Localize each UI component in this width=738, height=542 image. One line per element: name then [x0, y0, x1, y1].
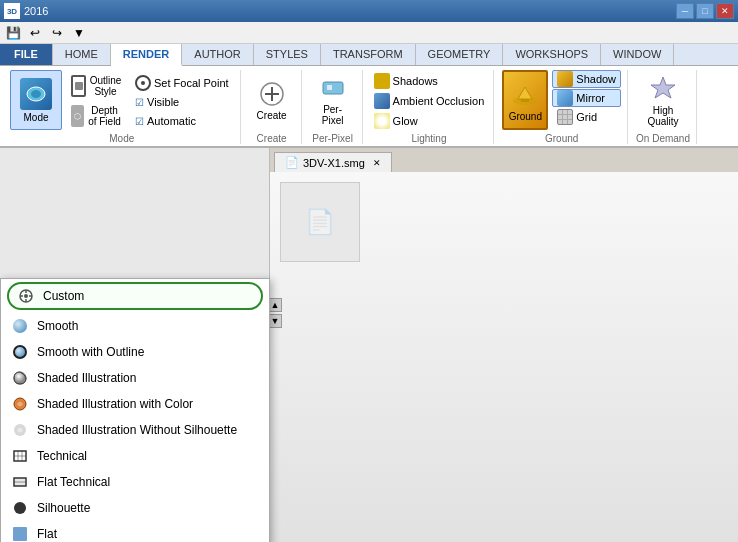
silhouette-icon	[11, 499, 29, 517]
ground-options-column: Shadow Mirror Grid	[552, 70, 621, 126]
scroll-down-button[interactable]: ▼	[268, 314, 282, 328]
file-icon: 📄	[285, 156, 299, 169]
shadows-label: Shadows	[393, 75, 438, 87]
shadow-toggle-button[interactable]: Shadow	[552, 70, 621, 88]
flat-icon	[11, 525, 29, 542]
lighting-group-items: Shadows Ambient Occlusion Glow	[371, 70, 488, 131]
ground-label: Ground	[509, 111, 542, 122]
tab-home[interactable]: HOME	[53, 44, 111, 65]
ribbon: FILE HOME RENDER AUTHOR STYLES TRANSFORM…	[0, 44, 738, 148]
tab-transform[interactable]: TRANSFORM	[321, 44, 416, 65]
app-icon: 3D	[4, 3, 20, 19]
visible-button[interactable]: ☑ Visible	[130, 93, 234, 111]
tab-file[interactable]: FILE	[0, 44, 53, 65]
maximize-button[interactable]: □	[696, 3, 714, 19]
outline-style-button[interactable]: Outline Style	[66, 72, 126, 100]
high-quality-label: High Quality	[643, 105, 683, 127]
dropdown-silhouette[interactable]: Silhouette	[1, 495, 269, 521]
dropdown-smooth[interactable]: Smooth	[1, 313, 269, 339]
custom-item-inner[interactable]: Custom	[13, 285, 257, 307]
tab-author[interactable]: AUTHOR	[182, 44, 253, 65]
tab-render[interactable]: RENDER	[111, 44, 182, 66]
perpixel-group-label: Per-Pixel	[312, 133, 353, 144]
create-icon	[258, 80, 286, 108]
dropdown-shaded[interactable]: Shaded Illustration	[1, 365, 269, 391]
per-pixel-button[interactable]: Per-Pixel	[310, 70, 356, 130]
technical-icon	[11, 447, 29, 465]
visible-check-icon: ☑	[135, 97, 144, 108]
svg-point-11	[24, 294, 28, 298]
file-tab-3dv[interactable]: 📄 3DV-X1.smg ✕	[274, 152, 392, 172]
shaded-color-label: Shaded Illustration with Color	[37, 397, 193, 411]
undo-button[interactable]: ↩	[26, 24, 44, 42]
shadow-toggle-icon	[557, 71, 573, 87]
mirror-toggle-button[interactable]: Mirror	[552, 89, 621, 107]
grid-toggle-icon	[557, 109, 573, 125]
tab-close-icon[interactable]: ✕	[373, 158, 381, 168]
ribbon-group-quality: High Quality On Demand	[630, 70, 697, 144]
scroll-up-button[interactable]: ▲	[268, 298, 282, 312]
dropdown-shaded-nosilhouette[interactable]: Shaded Illustration Without Silhouette	[1, 417, 269, 443]
mode-group-items: Mode Outline Style ⬡ Depth of Field	[10, 70, 234, 131]
svg-point-25	[14, 502, 26, 514]
shadows-icon	[374, 73, 390, 89]
glow-button[interactable]: Glow	[371, 112, 421, 130]
title-bar-text: 2016	[24, 5, 48, 17]
ribbon-group-create: Create Create	[243, 70, 302, 144]
redo-button[interactable]: ↪	[48, 24, 66, 42]
set-focal-point-button[interactable]: Set Focal Point	[130, 74, 234, 92]
create-label: Create	[257, 110, 287, 121]
shadows-button[interactable]: Shadows	[371, 72, 441, 90]
smooth-label: Smooth	[37, 319, 78, 333]
grid-toggle-button[interactable]: Grid	[552, 108, 621, 126]
dropdown-flat[interactable]: Flat	[1, 521, 269, 542]
dropdown-shaded-color[interactable]: Shaded Illustration with Color	[1, 391, 269, 417]
focal-point-label: Set Focal Point	[154, 77, 229, 89]
perpixel-group-items: Per-Pixel	[310, 70, 356, 131]
tab-geometry[interactable]: GEOMETRY	[416, 44, 504, 65]
viewer-area: 📄	[270, 172, 738, 542]
mode-icon	[20, 78, 52, 110]
quickaccess-dropdown[interactable]: ▼	[70, 24, 88, 42]
tab-bar: 📄 3DV-X1.smg ✕	[270, 148, 738, 172]
glow-label: Glow	[393, 115, 418, 127]
dropdown-custom-item[interactable]: Custom	[7, 282, 263, 310]
dropdown-flat-technical[interactable]: Flat Technical	[1, 469, 269, 495]
grid-toggle-label: Grid	[576, 111, 597, 123]
quality-group-label: On Demand	[636, 133, 690, 144]
ground-button[interactable]: Ground	[502, 70, 548, 130]
ground-group-label: Ground	[545, 133, 578, 144]
tab-workshops[interactable]: WORKSHOPS	[503, 44, 601, 65]
minimize-button[interactable]: ─	[676, 3, 694, 19]
left-panel: Custom Smooth Smooth with Outline	[0, 148, 270, 542]
mode-button[interactable]: Mode	[10, 70, 62, 130]
smooth-outline-icon	[11, 343, 29, 361]
glow-icon	[374, 113, 390, 129]
tab-window[interactable]: WINDOW	[601, 44, 674, 65]
save-button[interactable]: 💾	[4, 24, 22, 42]
lighting-group-label: Lighting	[411, 133, 446, 144]
viewer-placeholder: 📄	[280, 182, 360, 262]
ribbon-group-ground: Ground Shadow Mirror Grid	[496, 70, 628, 144]
quality-group-items: High Quality	[640, 70, 686, 131]
create-group-label: Create	[257, 133, 287, 144]
smooth-icon	[11, 317, 29, 335]
depth-of-field-button[interactable]: ⬡ Depth of Field	[66, 102, 126, 130]
high-quality-button[interactable]: High Quality	[640, 70, 686, 130]
dropdown-smooth-outline[interactable]: Smooth with Outline	[1, 339, 269, 365]
create-button[interactable]: Create	[249, 70, 295, 130]
ambient-occlusion-button[interactable]: Ambient Occlusion	[371, 92, 488, 110]
main-area: Custom Smooth Smooth with Outline	[0, 148, 738, 542]
shaded-icon	[11, 369, 29, 387]
mode-dropdown-menu: Custom Smooth Smooth with Outline	[0, 278, 270, 542]
tab-styles[interactable]: STYLES	[254, 44, 321, 65]
close-button[interactable]: ✕	[716, 3, 734, 19]
smooth-outline-label: Smooth with Outline	[37, 345, 144, 359]
dropdown-technical[interactable]: Technical	[1, 443, 269, 469]
shadow-toggle-label: Shadow	[576, 73, 616, 85]
automatic-button[interactable]: ☑ Automatic	[130, 112, 234, 130]
automatic-label: Automatic	[147, 115, 196, 127]
ambient-occlusion-icon	[374, 93, 390, 109]
custom-item-label: Custom	[43, 289, 84, 303]
per-pixel-icon	[319, 74, 347, 102]
